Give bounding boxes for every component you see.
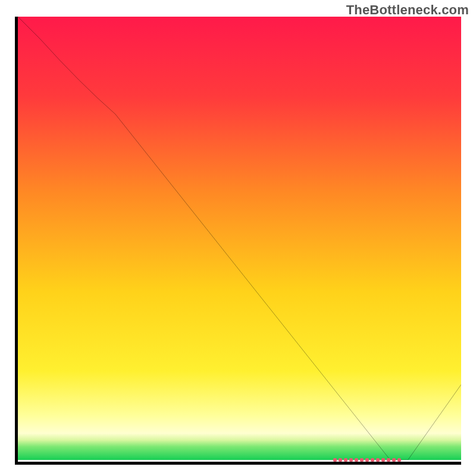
svg-rect-11 bbox=[387, 458, 390, 462]
svg-rect-4 bbox=[349, 458, 353, 462]
watermark-label: TheBottleneck.com bbox=[346, 2, 469, 18]
svg-rect-7 bbox=[365, 458, 369, 462]
svg-rect-3 bbox=[344, 458, 347, 462]
chart-container: TheBottleneck.com bbox=[0, 0, 476, 476]
curve-line bbox=[18, 17, 461, 460]
highlight-band bbox=[333, 456, 405, 464]
svg-rect-1 bbox=[333, 458, 337, 462]
svg-rect-2 bbox=[339, 458, 342, 462]
svg-rect-5 bbox=[355, 458, 358, 462]
svg-rect-12 bbox=[392, 458, 396, 462]
svg-rect-8 bbox=[371, 458, 374, 462]
svg-rect-13 bbox=[397, 458, 401, 462]
svg-rect-10 bbox=[381, 458, 385, 462]
svg-rect-6 bbox=[360, 458, 364, 462]
plot-area bbox=[15, 17, 461, 465]
svg-rect-9 bbox=[376, 458, 380, 462]
